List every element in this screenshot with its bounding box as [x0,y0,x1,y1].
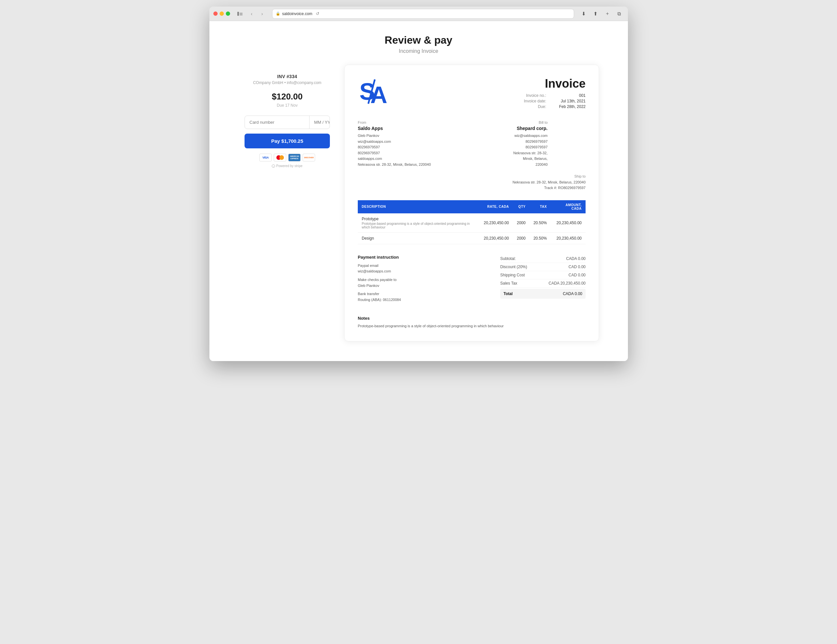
cell-description: Design [358,232,480,244]
browser-actions: ⬇ ⬆ ＋ ⧉ [579,9,624,18]
summary-shipping: Shipping Cost CAD 0.00 [500,271,586,279]
bank-detail: Bank transfer Routing (ABA): 061120084 [358,291,492,302]
tabs-button[interactable]: ⧉ [615,9,624,18]
notes-text: Prototype-based programming is a style o… [358,323,586,329]
ship-to-block: Ship to Nekrasova str. 28-32, Minsk, Bel… [512,174,586,191]
stripe-powered: ✓ Powered by stripe [245,164,330,168]
bill-to-label: Bill to [512,120,548,125]
summary-block: Subtotal: CADA 0.00 Discount (20%) CAD 0… [500,255,586,306]
invoice-meta: Invoice no.: 001 Invoice date: Jul 13th,… [524,93,586,109]
payment-methods: VISA AMERICAN EXPRESS DISCOVER [245,154,330,161]
svg-rect-0 [237,12,239,16]
summary-subtotal: Subtotal: CADA 0.00 [500,255,586,263]
card-form [245,115,330,129]
from-block: From Saldo Apps Gleb Piankov wiz@saldoap… [358,120,431,191]
pay-button[interactable]: Pay $1,700.25 [245,134,330,148]
table-row: Design 20,230,450.00 2000 20.50% 20,230,… [358,232,586,244]
browser-nav: ‹ › [247,9,267,18]
invoice-title: Invoice [524,77,586,90]
main-layout: INV #334 COmpany GmbH • info@company.com… [238,65,599,342]
notes-title: Notes [358,316,586,321]
bill-to-details: wiz@saldoapps.com 80296979597 8029697959… [512,133,548,168]
due-date: Due 17 Nov [245,103,330,108]
left-panel: INV #334 COmpany GmbH • info@company.com… [238,65,336,342]
cell-description: Prototype Prototype-based programming is… [358,214,480,233]
ship-to-details: Nekrasova str. 28-32, Minsk, Belarus, 22… [512,179,586,191]
table-row: Prototype Prototype-based programming is… [358,214,586,233]
invoice-right-header: Invoice Invoice no.: 001 Invoice date: J… [524,77,586,110]
maximize-button[interactable] [226,12,230,16]
browser-titlebar: ‹ › 🔒 saldoinvoice.com ↺ ⬇ ⬆ ＋ ⧉ [209,7,628,21]
from-name: Saldo Apps [358,126,431,131]
bottom-section: Payment instruction Paypal email wiz@sal… [358,255,586,306]
cell-rate: 20,230,450.00 [480,232,513,244]
meta-invoice-no: Invoice no.: 001 [524,93,586,98]
th-qty: QTY [513,200,529,214]
page-subtitle: Incoming Invoice [216,48,621,54]
th-description: DESCRIPTION [358,200,480,214]
cell-tax: 20.50% [529,214,551,233]
paypal-detail: Paypal email wiz@saldoapps.com [358,263,492,274]
invoice-date-label: Invoice date: [524,99,546,104]
th-tax: TAX [529,200,551,214]
summary-total: Total CADA 0.00 [500,289,586,299]
reload-button[interactable]: ↺ [316,11,319,16]
close-button[interactable] [213,12,218,16]
th-amount: AMOUNT, CADA [551,200,586,214]
mastercard-badge [274,154,286,161]
url-text: saldoinvoice.com [282,12,312,16]
card-expiry-input[interactable] [309,116,330,129]
svg-rect-2 [240,14,243,15]
company-logo: S A [358,77,391,108]
company-info: COmpany GmbH • info@company.com [245,80,330,85]
summary-tax: Sales Tax CADA 20,230,450.00 [500,279,586,288]
due-value: Feb 28th, 2022 [553,104,586,109]
bill-to-ship-to-block: Bill to Shepard corp. wiz@saldoapps.com … [512,120,586,191]
summary-discount: Discount (20%) CAD 0.00 [500,263,586,271]
ship-to-label: Ship to [512,174,586,178]
due-label: Due: [538,104,546,109]
cell-qty: 2000 [513,214,529,233]
table-header-row: DESCRIPTION RATE, CADA QTY TAX AMOUNT, C… [358,200,586,214]
address-bar[interactable]: 🔒 saldoinvoice.com ↺ [272,9,574,19]
svg-rect-1 [240,13,243,13]
browser-content: Review & pay Incoming Invoice INV #334 C… [209,21,628,361]
svg-rect-3 [240,15,243,15]
checks-detail: Make checks payable to Gleb Piankov [358,277,492,289]
invoice-header: S A Invoice Invoice no.: 001 [358,77,586,110]
from-label: From [358,120,431,125]
th-rate: RATE, CADA [480,200,513,214]
invoice-panel: S A Invoice Invoice no.: 001 [344,65,599,342]
visa-badge: VISA [259,154,272,161]
cell-amount: 20,230,450.00 [551,214,586,233]
invoice-ref: INV #334 [245,74,330,79]
payment-instruction-block: Payment instruction Paypal email wiz@sal… [358,255,492,306]
amex-badge: AMERICAN EXPRESS [288,154,301,161]
invoice-no-label: Invoice no.: [526,93,546,98]
cell-tax: 20.50% [529,232,551,244]
parties-section: From Saldo Apps Gleb Piankov wiz@saldoap… [358,120,586,191]
sidebar-toggle[interactable] [235,9,245,18]
bill-to-block: Bill to Shepard corp. wiz@saldoapps.com … [512,120,548,168]
items-table: DESCRIPTION RATE, CADA QTY TAX AMOUNT, C… [358,200,586,244]
notes-section: Notes Prototype-based programming is a s… [358,316,586,329]
lock-icon: 🔒 [276,12,280,16]
from-details: Gleb Piankov wiz@saldoapps.com 802969795… [358,133,431,168]
browser-window: ‹ › 🔒 saldoinvoice.com ↺ ⬇ ⬆ ＋ ⧉ Review … [209,7,628,361]
invoice-amount: $120.00 [245,92,330,102]
cell-rate: 20,230,450.00 [480,214,513,233]
minimize-button[interactable] [220,12,224,16]
card-number-input[interactable] [245,116,309,129]
back-button[interactable]: ‹ [247,9,256,18]
invoice-no-value: 001 [553,93,586,98]
page-header: Review & pay Incoming Invoice [216,34,621,54]
meta-invoice-date: Invoice date: Jul 13th, 2021 [524,99,586,104]
traffic-lights [213,12,230,16]
page-title: Review & pay [216,34,621,46]
forward-button[interactable]: › [258,9,267,18]
svg-text:✓: ✓ [273,166,274,168]
new-tab-button[interactable]: ＋ [603,9,612,18]
download-button[interactable]: ⬇ [579,9,589,18]
share-button[interactable]: ⬆ [591,9,600,18]
payment-instruction-title: Payment instruction [358,255,492,260]
